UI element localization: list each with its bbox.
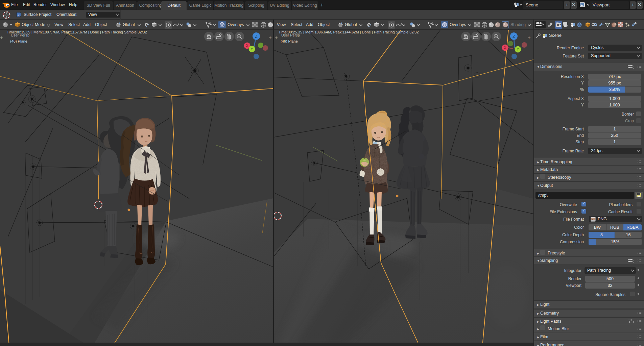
svg-text:Z: Z [255,34,257,39]
svg-text:Y: Y [251,47,253,51]
svg-text:Y: Y [517,47,519,51]
svg-text:X: X [246,44,248,48]
svg-text:Z: Z [512,34,515,39]
svg-text:X: X [504,46,506,50]
